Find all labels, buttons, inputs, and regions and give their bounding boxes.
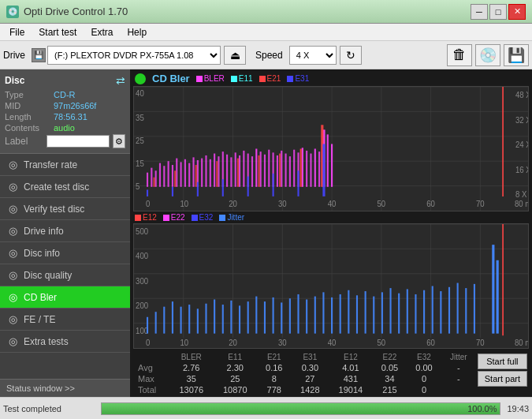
svg-rect-123	[163, 307, 165, 334]
svg-rect-55	[264, 155, 266, 187]
disc-arrow[interactable]: ⇄	[116, 74, 125, 87]
svg-rect-125	[180, 307, 182, 334]
svg-text:50: 50	[378, 337, 386, 347]
stats-total-e12: 19014	[329, 384, 373, 395]
e31-legend-dot	[287, 76, 293, 82]
svg-text:0: 0	[146, 337, 150, 347]
svg-text:0: 0	[146, 200, 151, 209]
lower-legend: E12 E22 E32 Jitter	[135, 213, 244, 222]
sidebar-item-fe-te[interactable]: ◎ FE / TE	[0, 309, 130, 331]
svg-rect-65	[306, 151, 307, 187]
svg-rect-48	[235, 152, 236, 186]
erase-button[interactable]: 🗑	[447, 44, 472, 66]
maximize-button[interactable]: □	[489, 4, 507, 20]
menu-file[interactable]: File	[3, 25, 31, 39]
drive-icon: 💾	[32, 48, 46, 62]
svg-text:25: 25	[136, 137, 144, 146]
start-part-button[interactable]: Start part	[478, 371, 527, 387]
menu-start-test[interactable]: Start test	[32, 25, 83, 39]
svg-rect-135	[264, 301, 266, 334]
stats-container: BLER E11 E21 E31 E12 E22 E32 Jitter Avg …	[133, 352, 476, 395]
svg-rect-126	[188, 305, 190, 334]
svg-text:20: 20	[229, 337, 237, 347]
stats-total-jitter	[441, 384, 476, 395]
svg-rect-43	[214, 154, 215, 187]
close-button[interactable]: ✕	[508, 4, 526, 20]
stats-avg-row: Avg 2.76 2.30 0.16 0.30 4.01 0.05 0.00 -	[133, 362, 476, 373]
svg-rect-28	[151, 168, 152, 187]
svg-rect-83	[197, 182, 199, 196]
refresh-button[interactable]: ↻	[340, 46, 362, 65]
stats-max-label: Max	[133, 373, 169, 384]
disc-settings-button[interactable]: ⚙	[113, 134, 125, 148]
speed-select[interactable]: 4 X 1 X 2 X 8 X 16 X Max	[289, 46, 337, 65]
e12-legend-dot	[135, 215, 141, 221]
minimize-button[interactable]: ─	[471, 4, 488, 20]
svg-text:500: 500	[136, 226, 148, 236]
stats-col-bler: BLER	[169, 352, 214, 362]
stats-total-label: Total	[133, 384, 169, 395]
cd-bler-icon: ◎	[6, 291, 19, 303]
svg-rect-162	[497, 260, 499, 334]
action-buttons: Start full Start part	[476, 352, 529, 395]
start-full-button[interactable]: Start full	[478, 354, 527, 369]
svg-text:24 X: 24 X	[515, 140, 528, 150]
stats-max-e22: 34	[373, 373, 407, 384]
sidebar-item-create-test-disc[interactable]: ◎ Create test disc	[0, 176, 130, 198]
upper-legend: BLER E11 E21 E31	[196, 74, 310, 83]
svg-rect-31	[163, 166, 165, 187]
svg-rect-139	[297, 294, 299, 334]
svg-rect-142	[322, 292, 324, 333]
svg-text:70: 70	[476, 200, 485, 209]
save-button[interactable]: 💾	[504, 44, 529, 66]
disc-label-input[interactable]	[47, 135, 110, 148]
svg-rect-50	[243, 151, 244, 187]
svg-text:50: 50	[378, 200, 386, 209]
svg-rect-137	[281, 302, 282, 333]
menu-help[interactable]: Help	[121, 25, 153, 39]
sidebar-item-label: Disc quality	[24, 270, 72, 281]
sidebar-item-drive-info[interactable]: ◎ Drive info	[0, 220, 130, 242]
stats-col-label	[133, 352, 169, 362]
stats-max-row: Max 35 25 8 27 431 34 0 -	[133, 373, 476, 384]
svg-rect-88	[322, 144, 325, 196]
stats-avg-e31: 0.30	[292, 362, 329, 373]
svg-rect-151	[398, 294, 400, 334]
stats-total-e32: 0	[407, 384, 441, 395]
sidebar-item-transfer-rate[interactable]: ◎ Transfer rate	[0, 154, 130, 176]
stats-table: BLER E11 E21 E31 E12 E22 E32 Jitter Avg …	[133, 352, 476, 395]
drive-select[interactable]: (F:) PLEXTOR DVDR PX-755A 1.08	[47, 46, 221, 65]
stats-col-jitter: Jitter	[441, 352, 476, 362]
svg-text:40: 40	[328, 337, 337, 347]
svg-rect-49	[239, 155, 240, 187]
sidebar-item-disc-info[interactable]: ◎ Disc info	[0, 242, 130, 264]
svg-rect-82	[172, 187, 173, 196]
disc-type-value: CD-R	[54, 90, 76, 99]
upper-chart: 40 35 25 15 5 0 10 20 30 40 50 60 70 80 …	[133, 86, 529, 211]
svg-text:40: 40	[328, 200, 337, 209]
burn-button[interactable]: 💿	[475, 44, 500, 66]
sidebar-item-verify-test-disc[interactable]: ◎ Verify test disc	[0, 198, 130, 220]
sidebar-item-label: CD Bler	[24, 292, 57, 303]
svg-text:32 X: 32 X	[515, 115, 528, 125]
progress-text: 100.0%	[467, 403, 497, 414]
svg-rect-56	[268, 150, 270, 187]
main-layout: Disc ⇄ Type CD-R MID 97m26s66f Length 78…	[0, 69, 532, 397]
svg-rect-127	[197, 309, 199, 333]
svg-rect-121	[147, 317, 148, 334]
svg-rect-61	[289, 156, 291, 187]
menu-extra[interactable]: Extra	[84, 25, 119, 39]
sidebar-item-extra-tests[interactable]: ◎ Extra tests	[0, 331, 130, 353]
sidebar-item-cd-bler[interactable]: ◎ CD Bler	[0, 286, 130, 309]
sidebar-item-disc-quality[interactable]: ◎ Disc quality	[0, 264, 130, 286]
svg-rect-149	[381, 292, 383, 333]
stats-avg-e32: 0.00	[407, 362, 441, 373]
svg-text:8 X: 8 X	[515, 190, 527, 200]
svg-rect-62	[293, 150, 295, 187]
status-window-label[interactable]: Status window >>	[6, 383, 75, 393]
svg-rect-129	[214, 300, 215, 334]
svg-rect-157	[448, 287, 450, 334]
svg-rect-41	[205, 155, 206, 187]
eject-button[interactable]: ⏏	[224, 46, 246, 65]
svg-rect-76	[237, 159, 239, 187]
